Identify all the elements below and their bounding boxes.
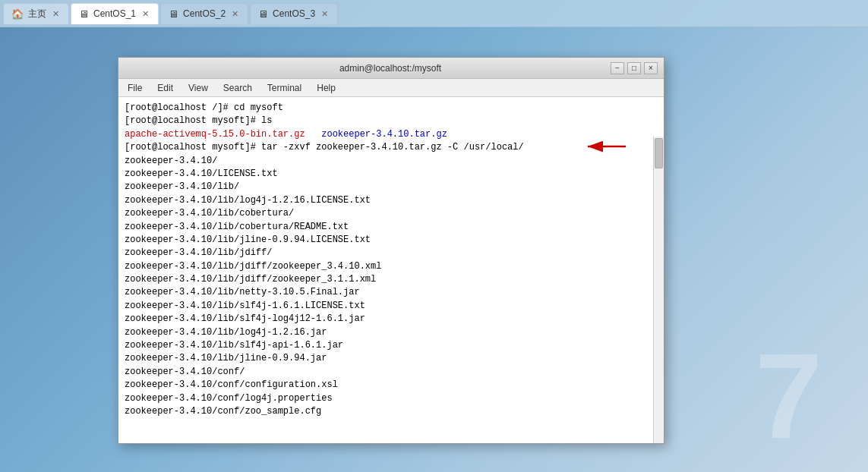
line-out-2: zookeeper-3.4.10/LICENSE.txt: [125, 168, 658, 181]
menu-view[interactable]: View: [182, 81, 214, 95]
tab-centos2[interactable]: 🖥 CentOS_2 ✕: [160, 3, 248, 24]
tab-centos3[interactable]: 🖥 CentOS_3 ✕: [250, 3, 338, 24]
close-button[interactable]: ×: [644, 62, 658, 74]
tab-home-close[interactable]: ✕: [51, 8, 61, 20]
line-out-5: zookeeper-3.4.10/lib/cobertura/: [125, 207, 658, 220]
tab-centos2-close[interactable]: ✕: [230, 8, 240, 20]
tab-centos1[interactable]: 🖥 CentOS_1 ✕: [71, 3, 159, 24]
line-out-10: zookeeper-3.4.10/lib/jdiff/zookeeper_3.1…: [125, 273, 658, 286]
tab-centos3-close[interactable]: ✕: [320, 8, 330, 20]
centos2-icon: 🖥: [169, 8, 178, 20]
arrow-indicator: [580, 135, 633, 162]
line-out-14: zookeeper-3.4.10/lib/log4j-1.2.16.jar: [125, 326, 658, 339]
tab-centos2-label: CentOS_2: [183, 8, 226, 19]
line-out-4: zookeeper-3.4.10/lib/log4j-1.2.16.LICENS…: [125, 194, 658, 207]
line-out-19: zookeeper-3.4.10/conf/log4j.properties: [125, 392, 658, 405]
watermark: 7: [755, 335, 822, 457]
terminal-window: admin@localhost:/mysoft − □ × File Edit …: [118, 57, 664, 444]
line-out-9: zookeeper-3.4.10/lib/jdiff/zookeeper_3.4…: [125, 260, 658, 273]
line-out-16: zookeeper-3.4.10/lib/jline-0.9.94.jar: [125, 352, 658, 365]
line-2: [root@localhost mysoft]# ls: [125, 115, 658, 127]
line-1: [root@localhost /]# cd mysoft: [125, 102, 658, 115]
tab-home[interactable]: 🏠 主页 ✕: [3, 3, 69, 24]
line-out-17: zookeeper-3.4.10/conf/: [125, 366, 658, 379]
menu-edit[interactable]: Edit: [151, 81, 179, 95]
line-out-15: zookeeper-3.4.10/lib/slf4j-api-1.6.1.jar: [125, 339, 658, 352]
window-controls: − □ ×: [611, 62, 658, 74]
menu-terminal[interactable]: Terminal: [261, 81, 308, 95]
line-out-8: zookeeper-3.4.10/lib/jdiff/: [125, 247, 658, 260]
line-out-3: zookeeper-3.4.10/lib/: [125, 181, 658, 194]
file-zookeeper-tar: zookeeper-3.4.10.tar.gz: [321, 129, 447, 140]
centos3-icon: 🖥: [258, 8, 268, 20]
maximize-button[interactable]: □: [627, 62, 641, 74]
line-out-6: zookeeper-3.4.10/lib/cobertura/README.tx…: [125, 221, 658, 234]
line-out-1: zookeeper-3.4.10/: [125, 155, 658, 168]
menu-file[interactable]: File: [122, 81, 148, 95]
tab-centos3-label: CentOS_3: [273, 8, 315, 19]
line-files: apache-activemq-5.15.0-bin.tar.gz zookee…: [125, 128, 658, 141]
title-bar: admin@localhost:/mysoft − □ ×: [118, 58, 664, 79]
centos1-icon: 🖥: [79, 8, 89, 20]
line-out-18: zookeeper-3.4.10/conf/configuration.xsl: [125, 379, 658, 392]
tab-centos1-close[interactable]: ✕: [140, 8, 150, 20]
line-out-12: zookeeper-3.4.10/lib/slf4j-1.6.1.LICENSE…: [125, 300, 658, 313]
menu-help[interactable]: Help: [311, 81, 342, 95]
menu-search[interactable]: Search: [217, 81, 258, 95]
taskbar: 🏠 主页 ✕ 🖥 CentOS_1 ✕ 🖥 CentOS_2 ✕ 🖥 CentO…: [0, 0, 868, 27]
menu-bar: File Edit View Search Terminal Help: [118, 79, 664, 97]
line-out-7: zookeeper-3.4.10/lib/jline-0.9.94.LICENS…: [125, 234, 658, 247]
tab-home-label: 主页: [28, 8, 46, 20]
minimize-button[interactable]: −: [611, 62, 624, 74]
line-out-13: zookeeper-3.4.10/lib/slf4j-log4j12-1.6.1…: [125, 313, 658, 326]
terminal-content[interactable]: [root@localhost /]# cd mysoft [root@loca…: [118, 97, 664, 443]
line-out-20: zookeeper-3.4.10/conf/zoo_sample.cfg: [125, 405, 658, 418]
home-icon: 🏠: [11, 8, 24, 20]
scrollbar[interactable]: [653, 137, 664, 443]
line-3: [root@localhost mysoft]# tar -zxvf zooke…: [125, 141, 658, 154]
file-activemq: apache-activemq-5.15.0-bin.tar.gz: [125, 129, 305, 140]
tab-centos1-label: CentOS_1: [93, 8, 136, 19]
scrollbar-thumb[interactable]: [655, 138, 663, 168]
window-title: admin@localhost:/mysoft: [170, 63, 611, 74]
line-out-11: zookeeper-3.4.10/lib/netty-3.10.5.Final.…: [125, 286, 658, 299]
